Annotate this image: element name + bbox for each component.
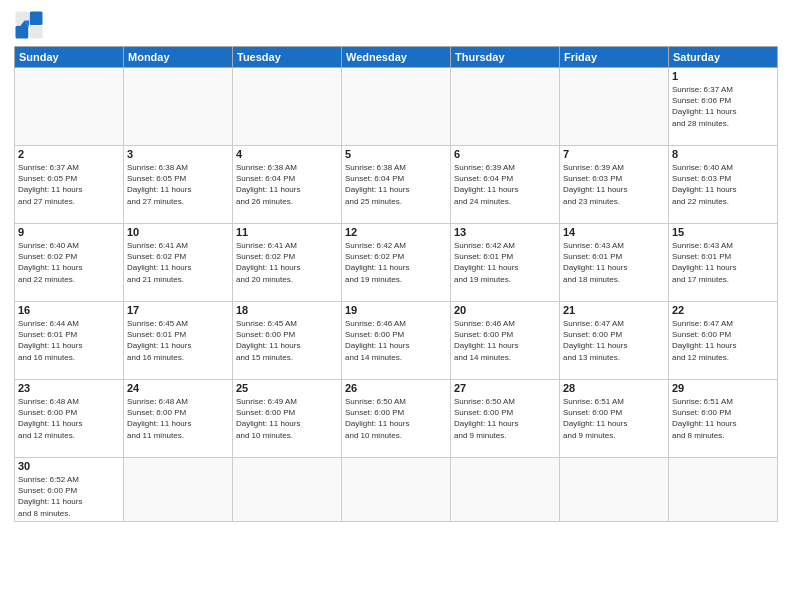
cal-cell (233, 458, 342, 522)
day-info: Sunrise: 6:38 AM Sunset: 6:04 PM Dayligh… (345, 162, 447, 207)
day-info: Sunrise: 6:40 AM Sunset: 6:03 PM Dayligh… (672, 162, 774, 207)
day-number: 3 (127, 148, 229, 160)
cal-cell: 3Sunrise: 6:38 AM Sunset: 6:05 PM Daylig… (124, 146, 233, 224)
week-row-3: 16Sunrise: 6:44 AM Sunset: 6:01 PM Dayli… (15, 302, 778, 380)
svg-rect-3 (16, 26, 29, 39)
cal-cell: 23Sunrise: 6:48 AM Sunset: 6:00 PM Dayli… (15, 380, 124, 458)
cal-cell: 2Sunrise: 6:37 AM Sunset: 6:05 PM Daylig… (15, 146, 124, 224)
cal-cell: 24Sunrise: 6:48 AM Sunset: 6:00 PM Dayli… (124, 380, 233, 458)
day-info: Sunrise: 6:48 AM Sunset: 6:00 PM Dayligh… (18, 396, 120, 441)
cal-cell (342, 458, 451, 522)
day-info: Sunrise: 6:44 AM Sunset: 6:01 PM Dayligh… (18, 318, 120, 363)
week-row-2: 9Sunrise: 6:40 AM Sunset: 6:02 PM Daylig… (15, 224, 778, 302)
day-info: Sunrise: 6:50 AM Sunset: 6:00 PM Dayligh… (454, 396, 556, 441)
cal-cell (560, 458, 669, 522)
day-number: 29 (672, 382, 774, 394)
day-number: 10 (127, 226, 229, 238)
day-info: Sunrise: 6:42 AM Sunset: 6:01 PM Dayligh… (454, 240, 556, 285)
cal-cell: 14Sunrise: 6:43 AM Sunset: 6:01 PM Dayli… (560, 224, 669, 302)
cal-cell: 15Sunrise: 6:43 AM Sunset: 6:01 PM Dayli… (669, 224, 778, 302)
cal-cell: 13Sunrise: 6:42 AM Sunset: 6:01 PM Dayli… (451, 224, 560, 302)
day-info: Sunrise: 6:40 AM Sunset: 6:02 PM Dayligh… (18, 240, 120, 285)
weekday-header-sunday: Sunday (15, 47, 124, 68)
day-info: Sunrise: 6:38 AM Sunset: 6:05 PM Dayligh… (127, 162, 229, 207)
cal-cell (124, 68, 233, 146)
cal-cell: 27Sunrise: 6:50 AM Sunset: 6:00 PM Dayli… (451, 380, 560, 458)
day-info: Sunrise: 6:52 AM Sunset: 6:00 PM Dayligh… (18, 474, 120, 519)
day-info: Sunrise: 6:43 AM Sunset: 6:01 PM Dayligh… (563, 240, 665, 285)
cal-cell: 8Sunrise: 6:40 AM Sunset: 6:03 PM Daylig… (669, 146, 778, 224)
day-number: 19 (345, 304, 447, 316)
calendar-table: SundayMondayTuesdayWednesdayThursdayFrid… (14, 46, 778, 522)
cal-cell (124, 458, 233, 522)
cal-cell (560, 68, 669, 146)
cal-cell: 18Sunrise: 6:45 AM Sunset: 6:00 PM Dayli… (233, 302, 342, 380)
day-info: Sunrise: 6:45 AM Sunset: 6:01 PM Dayligh… (127, 318, 229, 363)
day-number: 28 (563, 382, 665, 394)
cal-cell: 30Sunrise: 6:52 AM Sunset: 6:00 PM Dayli… (15, 458, 124, 522)
day-number: 8 (672, 148, 774, 160)
week-row-0: 1Sunrise: 6:37 AM Sunset: 6:06 PM Daylig… (15, 68, 778, 146)
cal-cell: 19Sunrise: 6:46 AM Sunset: 6:00 PM Dayli… (342, 302, 451, 380)
cal-cell: 29Sunrise: 6:51 AM Sunset: 6:00 PM Dayli… (669, 380, 778, 458)
week-row-4: 23Sunrise: 6:48 AM Sunset: 6:00 PM Dayli… (15, 380, 778, 458)
day-number: 2 (18, 148, 120, 160)
svg-rect-2 (30, 12, 43, 26)
cal-cell: 10Sunrise: 6:41 AM Sunset: 6:02 PM Dayli… (124, 224, 233, 302)
day-number: 18 (236, 304, 338, 316)
logo (14, 10, 48, 40)
day-number: 5 (345, 148, 447, 160)
weekday-header-saturday: Saturday (669, 47, 778, 68)
header (14, 10, 778, 40)
day-number: 12 (345, 226, 447, 238)
day-info: Sunrise: 6:41 AM Sunset: 6:02 PM Dayligh… (127, 240, 229, 285)
week-row-1: 2Sunrise: 6:37 AM Sunset: 6:05 PM Daylig… (15, 146, 778, 224)
day-number: 27 (454, 382, 556, 394)
day-number: 26 (345, 382, 447, 394)
cal-cell: 16Sunrise: 6:44 AM Sunset: 6:01 PM Dayli… (15, 302, 124, 380)
cal-cell (15, 68, 124, 146)
day-info: Sunrise: 6:39 AM Sunset: 6:03 PM Dayligh… (563, 162, 665, 207)
day-info: Sunrise: 6:46 AM Sunset: 6:00 PM Dayligh… (454, 318, 556, 363)
cal-cell: 1Sunrise: 6:37 AM Sunset: 6:06 PM Daylig… (669, 68, 778, 146)
cal-cell: 20Sunrise: 6:46 AM Sunset: 6:00 PM Dayli… (451, 302, 560, 380)
weekday-header-thursday: Thursday (451, 47, 560, 68)
day-number: 23 (18, 382, 120, 394)
day-number: 1 (672, 70, 774, 82)
cal-cell: 7Sunrise: 6:39 AM Sunset: 6:03 PM Daylig… (560, 146, 669, 224)
day-info: Sunrise: 6:43 AM Sunset: 6:01 PM Dayligh… (672, 240, 774, 285)
cal-cell (451, 68, 560, 146)
day-number: 9 (18, 226, 120, 238)
day-info: Sunrise: 6:41 AM Sunset: 6:02 PM Dayligh… (236, 240, 338, 285)
cal-cell: 9Sunrise: 6:40 AM Sunset: 6:02 PM Daylig… (15, 224, 124, 302)
day-info: Sunrise: 6:45 AM Sunset: 6:00 PM Dayligh… (236, 318, 338, 363)
day-info: Sunrise: 6:51 AM Sunset: 6:00 PM Dayligh… (563, 396, 665, 441)
cal-cell: 26Sunrise: 6:50 AM Sunset: 6:00 PM Dayli… (342, 380, 451, 458)
day-number: 21 (563, 304, 665, 316)
day-info: Sunrise: 6:50 AM Sunset: 6:00 PM Dayligh… (345, 396, 447, 441)
day-number: 22 (672, 304, 774, 316)
day-info: Sunrise: 6:37 AM Sunset: 6:06 PM Dayligh… (672, 84, 774, 129)
weekday-header-row: SundayMondayTuesdayWednesdayThursdayFrid… (15, 47, 778, 68)
cal-cell (451, 458, 560, 522)
weekday-header-friday: Friday (560, 47, 669, 68)
day-number: 24 (127, 382, 229, 394)
day-number: 15 (672, 226, 774, 238)
page: SundayMondayTuesdayWednesdayThursdayFrid… (0, 0, 792, 612)
day-number: 25 (236, 382, 338, 394)
day-info: Sunrise: 6:48 AM Sunset: 6:00 PM Dayligh… (127, 396, 229, 441)
cal-cell: 25Sunrise: 6:49 AM Sunset: 6:00 PM Dayli… (233, 380, 342, 458)
cal-cell: 12Sunrise: 6:42 AM Sunset: 6:02 PM Dayli… (342, 224, 451, 302)
logo-icon (14, 10, 44, 40)
weekday-header-wednesday: Wednesday (342, 47, 451, 68)
cal-cell: 21Sunrise: 6:47 AM Sunset: 6:00 PM Dayli… (560, 302, 669, 380)
cal-cell: 17Sunrise: 6:45 AM Sunset: 6:01 PM Dayli… (124, 302, 233, 380)
cal-cell: 5Sunrise: 6:38 AM Sunset: 6:04 PM Daylig… (342, 146, 451, 224)
day-number: 14 (563, 226, 665, 238)
day-info: Sunrise: 6:51 AM Sunset: 6:00 PM Dayligh… (672, 396, 774, 441)
day-info: Sunrise: 6:46 AM Sunset: 6:00 PM Dayligh… (345, 318, 447, 363)
day-info: Sunrise: 6:37 AM Sunset: 6:05 PM Dayligh… (18, 162, 120, 207)
day-number: 30 (18, 460, 120, 472)
cal-cell (233, 68, 342, 146)
week-row-5: 30Sunrise: 6:52 AM Sunset: 6:00 PM Dayli… (15, 458, 778, 522)
